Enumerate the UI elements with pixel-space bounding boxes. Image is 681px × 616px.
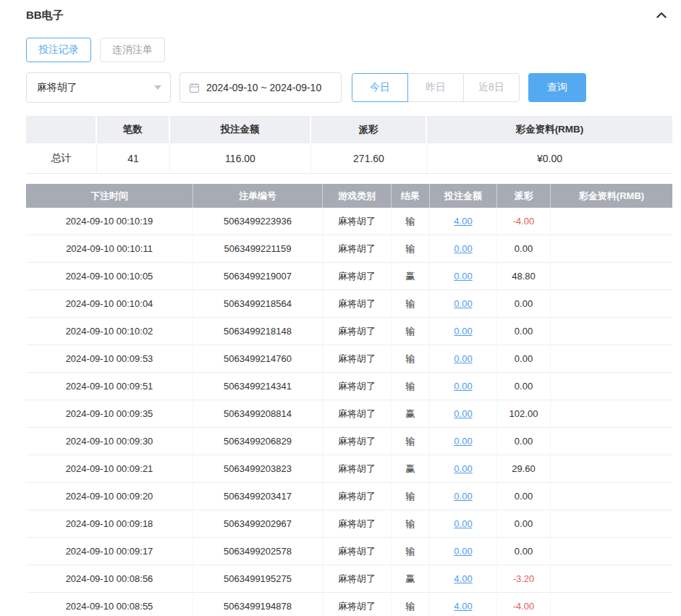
bet-amount-cell: 0.00 [430,263,497,290]
bet-amount-link[interactable]: 0.00 [454,326,472,337]
game-type-cell: 麻将胡了 [323,373,392,400]
quick-last8days-button[interactable]: 近8日 [463,73,520,102]
game-type-cell: 麻将胡了 [323,263,392,290]
bet-amount-cell: 4.00 [430,208,497,235]
bet-amount-link[interactable]: 0.00 [454,243,472,254]
bet-amount-link[interactable]: 0.00 [454,518,472,529]
summary-payout: 271.60 [311,143,427,174]
bet-amount-link[interactable]: 0.00 [454,408,472,419]
summary-row: 总计 41 116.00 271.60 ¥0.00 [26,143,672,174]
order-id-cell: 5063499206829 [193,428,323,455]
payout-cell: -4.00 [497,208,551,235]
order-id-cell: 5063499194878 [193,593,323,616]
summary-total-label: 总计 [26,143,97,174]
bet-amount-link[interactable]: 0.00 [454,463,472,474]
records-table: 下注时间 注单编号 游戏类别 结果 投注金额 派彩 彩金资料(RMB) 2024… [26,184,672,616]
payout-cell: 0.00 [497,290,551,318]
chevron-up-icon [655,13,668,24]
tab-cancelled-orders[interactable]: 连消注单 [100,38,165,62]
payout-cell: 102.00 [497,400,551,428]
bet-amount-cell: 0.00 [430,345,497,373]
payout-cell: 0.00 [497,510,551,538]
payout-cell: -3.20 [497,565,551,593]
bet-amount-cell: 0.00 [430,538,497,565]
bonus-cell [551,455,672,483]
bet-amount-link[interactable]: 0.00 [454,271,472,282]
date-range-input[interactable]: 2024-09-10 ~ 2024-09-10 [179,72,342,103]
header-order-id: 注单编号 [193,184,323,208]
bonus-cell [551,400,672,428]
table-row: 2024-09-10 00:08:55 5063499194878 麻将胡了 输… [26,593,672,616]
bet-amount-cell: 0.00 [430,455,497,483]
bet-time-cell: 2024-09-10 00:09:20 [26,483,193,510]
order-id-cell: 5063499223936 [193,208,323,235]
panel-header: BB电子 [0,0,681,23]
payout-cell: -4.00 [497,593,551,616]
tab-bet-records[interactable]: 投注记录 [26,38,91,62]
bet-amount-link[interactable]: 4.00 [454,573,472,584]
game-type-cell: 麻将胡了 [323,428,392,455]
table-row: 2024-09-10 00:09:51 5063499214341 麻将胡了 输… [26,373,672,400]
bet-amount-cell: 0.00 [430,483,497,510]
bet-amount-link[interactable]: 4.00 [454,601,472,612]
game-select[interactable]: 麻将胡了 [26,72,171,103]
bet-time-cell: 2024-09-10 00:10:02 [26,318,193,345]
payout-cell: 0.00 [497,235,551,263]
payout-cell: 0.00 [497,345,551,373]
game-type-cell: 麻将胡了 [323,235,392,263]
game-type-cell: 麻将胡了 [323,290,392,318]
order-id-cell: 5063499202967 [193,510,323,538]
quick-date-group: 今日 昨日 近8日 [352,73,520,102]
header-payout: 派彩 [497,184,551,208]
header-bonus: 彩金资料(RMB) [551,184,672,208]
summary-bonus: ¥0.00 [427,143,672,174]
collapse-button[interactable] [653,7,669,23]
bet-time-cell: 2024-09-10 00:10:19 [26,208,193,235]
game-type-cell: 麻将胡了 [323,593,392,616]
result-cell: 输 [392,593,430,616]
order-id-cell: 5063499195275 [193,565,323,593]
search-button[interactable]: 查询 [528,73,586,102]
payout-cell: 48.80 [497,263,551,290]
bet-amount-cell: 4.00 [430,593,497,616]
bonus-cell [551,318,672,345]
date-range-value: 2024-09-10 ~ 2024-09-10 [206,82,321,93]
bet-amount-link[interactable]: 0.00 [454,298,472,309]
tab-bar: 投注记录 连消注单 [26,38,681,62]
bet-amount-link[interactable]: 4.00 [454,216,472,227]
bonus-cell [551,345,672,373]
order-id-cell: 5063499218148 [193,318,323,345]
bonus-cell [551,428,672,455]
bet-time-cell: 2024-09-10 00:09:17 [26,538,193,565]
bet-time-cell: 2024-09-10 00:08:56 [26,565,193,593]
table-row: 2024-09-10 00:09:20 5063499203417 麻将胡了 输… [26,483,672,510]
result-cell: 赢 [392,263,430,290]
table-row: 2024-09-10 00:10:02 5063499218148 麻将胡了 输… [26,318,672,345]
bet-time-cell: 2024-09-10 00:10:05 [26,263,193,290]
payout-cell: 0.00 [497,428,551,455]
bet-amount-link[interactable]: 0.00 [454,353,472,364]
table-row: 2024-09-10 00:10:04 5063499218564 麻将胡了 输… [26,290,672,318]
summary-header-count: 笔数 [97,116,170,143]
quick-yesterday-button[interactable]: 昨日 [407,73,464,102]
result-cell: 输 [392,208,430,235]
table-row: 2024-09-10 00:09:18 5063499202967 麻将胡了 输… [26,510,672,538]
payout-cell: 0.00 [497,483,551,510]
order-id-cell: 5063499218564 [193,290,323,318]
bet-amount-link[interactable]: 0.00 [454,546,472,557]
summary-header-payout: 派彩 [311,116,427,143]
summary-header-bonus: 彩金资料(RMB) [427,116,672,143]
bet-amount-cell: 0.00 [430,235,497,263]
bet-time-cell: 2024-09-10 00:09:18 [26,510,193,538]
result-cell: 输 [392,483,430,510]
bet-time-cell: 2024-09-10 00:09:30 [26,428,193,455]
payout-cell: 0.00 [497,318,551,345]
quick-today-button[interactable]: 今日 [352,73,408,102]
table-row: 2024-09-10 00:09:21 5063499203823 麻将胡了 赢… [26,455,672,483]
bet-amount-link[interactable]: 0.00 [454,436,472,447]
bet-amount-cell: 0.00 [430,373,497,400]
bet-amount-link[interactable]: 0.00 [454,491,472,502]
bonus-cell [551,538,672,565]
game-type-cell: 麻将胡了 [323,345,392,373]
bet-amount-link[interactable]: 0.00 [454,381,472,392]
